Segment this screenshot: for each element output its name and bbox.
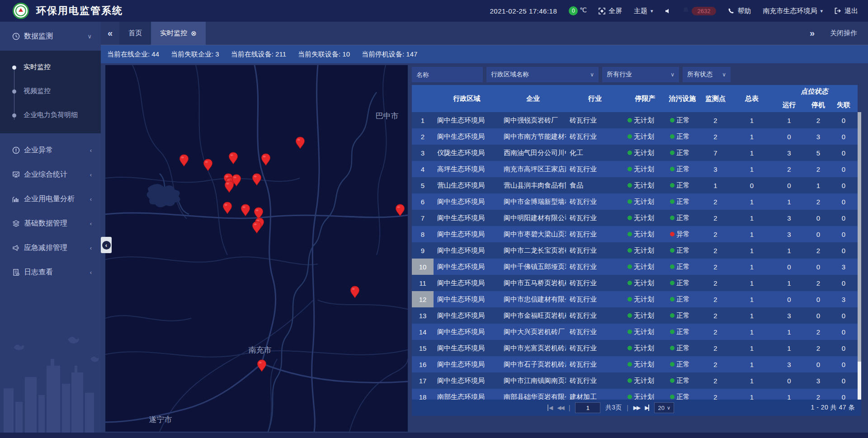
status-dot-icon <box>627 134 632 139</box>
table-row[interactable]: 1阆中生态环境局阆中强锐页岩砖厂砖瓦行业无计划正常21120 <box>412 112 858 128</box>
stat-item: 当前在线企业: 44 <box>107 50 159 59</box>
cell-total-count: 1 <box>732 193 771 210</box>
page-size-select[interactable]: 20∨ <box>654 402 674 413</box>
cell-treatment-status: 正常 <box>666 145 698 161</box>
sidebar-item[interactable]: 应急减排管理‹ <box>0 235 101 260</box>
sidebar-item-label: 企业异常 <box>24 146 53 155</box>
map-panel[interactable]: 巴中市南充市遂宁市 <box>105 65 408 432</box>
status-dot-icon <box>670 395 675 399</box>
last-page-icon[interactable]: ▶ <box>645 405 649 411</box>
sidebar-item[interactable]: 企业综合统计‹ <box>0 162 101 187</box>
first-page-icon[interactable]: ◀ <box>547 405 552 411</box>
sidebar-subitem[interactable]: 实时监控 <box>0 55 101 79</box>
cell-run-count: 0 <box>771 259 807 275</box>
scrollbar-thumb[interactable] <box>858 112 861 362</box>
cell-run-count: 3 <box>771 145 807 161</box>
status-dot-icon <box>670 313 675 318</box>
cell-total-count: 1 <box>732 112 771 128</box>
table-row[interactable]: 2阆中生态环境局阆中市南方节能建材有砖瓦行业无计划正常21030 <box>412 128 858 145</box>
page-number-input[interactable] <box>575 402 600 413</box>
fullscreen-button[interactable]: 全屏 <box>599 7 622 15</box>
tabs-scroll-left-icon[interactable]: « <box>101 22 119 45</box>
cell-lost-count: 0 <box>830 112 858 128</box>
sidebar-item[interactable]: 企业异常‹ <box>0 138 101 162</box>
cell-region: 阆中生态环境局 <box>434 356 500 372</box>
cell-stop-count: 5 <box>807 145 830 161</box>
cell-stop-count: 0 <box>807 226 830 242</box>
status-dot-icon <box>670 216 675 220</box>
prev-page-icon[interactable]: ◀◀ <box>557 405 563 411</box>
map-pin-icon[interactable] <box>252 173 262 186</box>
sidebar-item[interactable]: 企业用电量分析‹ <box>0 187 101 211</box>
map-pin-icon[interactable] <box>224 180 234 193</box>
table-row[interactable]: 10阆中生态环境局阆中千佛镇五郎垭页岩砖瓦行业无计划正常21003 <box>412 259 858 275</box>
theme-dropdown[interactable]: 主题▾ <box>634 7 653 15</box>
help-button[interactable]: 帮助 <box>728 7 751 15</box>
sidebar-submenu: 实时监控视频监控企业电力负荷明细 <box>0 51 101 133</box>
logout-button[interactable]: 退出 <box>835 7 858 15</box>
map-pin-icon[interactable] <box>395 204 405 217</box>
map-pin-icon[interactable] <box>179 154 189 167</box>
layers-icon <box>12 220 20 227</box>
cell-run-count: 0 <box>771 291 807 307</box>
table-row[interactable]: 8阆中生态环境局阆中市枣碧大梁山页岩砖瓦行业无计划异常21300 <box>412 226 858 242</box>
cell-monitor-count: 1 <box>698 177 732 193</box>
table-row[interactable]: 16阆中生态环境局阆中市石子页岩机砖厂砖瓦行业无计划正常21300 <box>412 356 858 372</box>
cell-monitor-count: 2 <box>698 340 732 356</box>
cell-company: 营山县润丰肉食品有限 <box>500 177 566 193</box>
table-row[interactable]: 9阆中生态环境局阆中市二龙长宝页岩砖砖瓦行业无计划正常21120 <box>412 242 858 259</box>
status-filter-select[interactable]: 所有状态∨ <box>683 67 731 82</box>
status-dot-icon <box>627 264 632 269</box>
cell-lost-count: 0 <box>830 193 858 210</box>
map-pin-icon[interactable] <box>241 204 250 217</box>
table-row[interactable]: 5营山生态环境局营山县润丰肉食品有限食品无计划正常10010 <box>412 177 858 193</box>
cell-region: 仪陇生态环境局 <box>434 145 500 161</box>
map-pin-icon[interactable] <box>203 159 213 171</box>
tab-home[interactable]: 首页 <box>119 22 151 45</box>
close-operations-button[interactable]: 关闭操作 <box>830 29 857 38</box>
sidebar-section-data-monitoring[interactable]: 数据监测 ∨ <box>0 22 101 51</box>
map-collapse-button[interactable]: ‹ <box>101 237 112 253</box>
chevron-left-icon: ‹ <box>90 171 92 178</box>
table-row[interactable]: 4高坪生态环境局南充市高坪区王家店建砖瓦行业无计划正常31220 <box>412 161 858 177</box>
table-row[interactable]: 14阆中生态环境局阆中大兴页岩机砖厂砖瓦行业无计划正常21120 <box>412 324 858 340</box>
region-filter-select[interactable]: 行政区域名称∨ <box>486 67 599 82</box>
map-pin-icon[interactable] <box>257 359 267 372</box>
chevron-down-icon: ∨ <box>722 71 726 78</box>
status-dot-icon <box>670 167 675 171</box>
notification-button[interactable]: 2632 <box>683 7 717 15</box>
map-pin-icon[interactable] <box>261 153 271 166</box>
table-row[interactable]: 15阆中生态环境局阆中市光富页岩机砖厂砖瓦行业无计划正常21120 <box>412 340 858 356</box>
tabs-scroll-right-icon[interactable]: » <box>810 28 815 38</box>
tab-realtime-monitoring[interactable]: 实时监控 ⊗ <box>151 22 206 45</box>
map-pin-icon[interactable] <box>252 221 262 234</box>
sidebar-subitem[interactable]: 企业电力负荷明细 <box>0 103 101 127</box>
table-row[interactable]: 3仪陇生态环境局西南油气田分公司川中化工无计划正常71350 <box>412 145 858 161</box>
map-pin-icon[interactable] <box>228 152 238 165</box>
tab-close-icon[interactable]: ⊗ <box>191 29 197 38</box>
table-row[interactable]: 7阆中生态环境局阆中明阳建材有限公司砖瓦行业无计划正常21300 <box>412 210 858 226</box>
cell-treatment-status: 正常 <box>666 177 698 193</box>
table-row[interactable]: 17阆中生态环境局阆中市江南镇阆南页岩砖瓦行业无计划正常21030 <box>412 372 858 389</box>
table-row[interactable]: 12阆中生态环境局阆中市忠信建材有限公砖瓦行业无计划正常21003 <box>412 291 858 307</box>
org-dropdown[interactable]: 南充市生态环境局▾ <box>763 7 823 15</box>
cell-lost-count: 0 <box>830 372 858 389</box>
sidebar-item[interactable]: 基础数据管理‹ <box>0 211 101 235</box>
cell-stop-count: 2 <box>807 112 830 128</box>
sidebar-item[interactable]: 日志查看‹ <box>0 260 101 284</box>
map-pin-icon[interactable] <box>295 137 305 149</box>
speaker-button[interactable] <box>665 8 671 14</box>
table-scrollbar[interactable] <box>858 112 861 400</box>
next-page-icon[interactable]: ▶▶ <box>633 405 640 411</box>
table-row[interactable]: 6阆中生态环境局阆中市金博瑞新型墙材砖瓦行业无计划正常21120 <box>412 193 858 210</box>
map-pin-icon[interactable] <box>350 286 360 298</box>
cell-index: 3 <box>412 145 434 161</box>
industry-filter-select[interactable]: 所有行业∨ <box>602 67 679 82</box>
map-pin-icon[interactable] <box>222 202 232 214</box>
cell-production-status: 无计划 <box>624 291 666 307</box>
table-row[interactable]: 18南部生态环境局南部县础华页岩有限公建材加工无计划正常21120 <box>412 389 858 400</box>
name-filter-input[interactable] <box>412 67 483 82</box>
table-row[interactable]: 11阆中生态环境局阆中市五马桥页岩机砖砖瓦行业无计划正常21120 <box>412 275 858 291</box>
table-row[interactable]: 13阆中生态环境局阆中市金福旺页岩机砖砖瓦行业无计划正常21300 <box>412 307 858 324</box>
sidebar-subitem[interactable]: 视频监控 <box>0 79 101 103</box>
